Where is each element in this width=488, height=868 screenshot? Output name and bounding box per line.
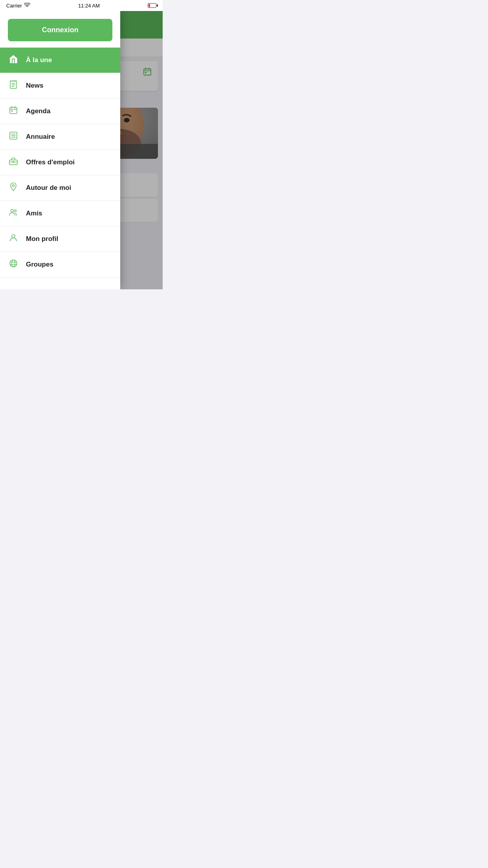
agenda-icon	[8, 105, 19, 117]
sidebar-item-a-la-une[interactable]: À la une	[0, 48, 120, 73]
sidebar-item-agenda[interactable]: Agenda	[0, 99, 120, 124]
home-icon	[8, 54, 19, 66]
battery-icon	[148, 3, 156, 8]
svg-point-28	[15, 210, 17, 212]
sidebar-label-autour-de-moi: Autour de moi	[26, 184, 71, 192]
profile-icon	[8, 233, 19, 245]
location-icon	[8, 182, 19, 194]
sidebar-item-groupes[interactable]: Groupes	[0, 252, 120, 278]
sidebar-label-offres-emploi: Offres d'emploi	[26, 158, 75, 166]
sidebar-item-annuaire[interactable]: Annuaire	[0, 124, 120, 150]
svg-rect-14	[10, 107, 17, 114]
svg-rect-18	[11, 110, 13, 112]
sidebar-item-offres-emploi[interactable]: Offres d'emploi	[0, 150, 120, 175]
sidebar-item-mon-profil[interactable]: Mon profil	[0, 226, 120, 252]
sidebar-dim[interactable]	[120, 11, 163, 289]
sidebar-item-autour-de-moi[interactable]: Autour de moi	[0, 175, 120, 201]
svg-point-31	[12, 260, 15, 267]
annuaire-icon	[8, 131, 19, 143]
svg-rect-25	[12, 162, 15, 163]
sidebar-item-amis[interactable]: Amis	[0, 201, 120, 226]
sidebar-label-agenda: Agenda	[26, 107, 50, 115]
svg-point-30	[10, 260, 17, 267]
friends-icon	[8, 208, 19, 219]
svg-point-29	[12, 235, 15, 238]
sidebar-label-a-la-une: À la une	[26, 56, 52, 64]
svg-point-26	[13, 185, 15, 187]
emploi-icon	[8, 156, 19, 168]
status-left: Carrier	[6, 3, 30, 9]
app-container: Connec… 12 Événeme	[0, 11, 163, 289]
sidebar-item-news[interactable]: News	[0, 73, 120, 99]
sidebar-label-annuaire: Annuaire	[26, 133, 55, 141]
carrier-label: Carrier	[6, 3, 22, 9]
sidebar-label-mon-profil: Mon profil	[26, 235, 58, 243]
sidebar-label-amis: Amis	[26, 210, 42, 217]
sidebar-label-groupes: Groupes	[26, 261, 53, 268]
news-icon	[8, 80, 19, 92]
status-bar: Carrier 11:24 AM	[0, 0, 163, 11]
sidebar: Connexion À la une	[0, 11, 120, 289]
time-label: 11:24 AM	[78, 3, 100, 9]
globe-icon	[8, 259, 19, 270]
wifi-icon	[24, 3, 30, 9]
nav-list: À la une News	[0, 48, 120, 289]
sidebar-label-news: News	[26, 82, 43, 90]
connexion-button[interactable]: Connexion	[8, 19, 112, 41]
svg-point-27	[11, 210, 14, 212]
